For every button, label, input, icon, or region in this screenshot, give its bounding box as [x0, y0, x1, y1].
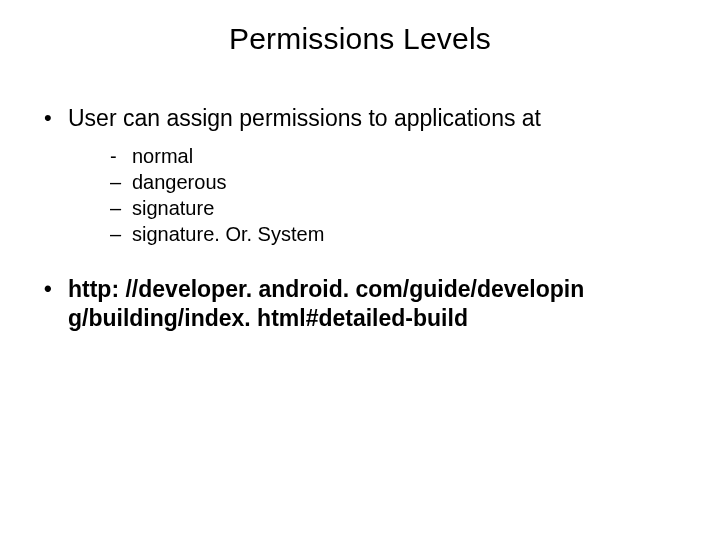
dash-icon: – — [110, 221, 126, 247]
slide-title: Permissions Levels — [40, 22, 680, 56]
dash-icon: – — [110, 169, 126, 195]
sub-bullet: – signature. Or. System — [110, 221, 680, 247]
slide: Permissions Levels User can assign permi… — [0, 0, 720, 540]
sub-bullet-text: normal — [132, 145, 193, 167]
dash-icon: - — [110, 143, 126, 169]
sub-bullet-text: signature — [132, 197, 214, 219]
bullet-intro: User can assign permissions to applicati… — [40, 104, 680, 247]
sub-bullet-text: signature. Or. System — [132, 223, 324, 245]
bullet-list: User can assign permissions to applicati… — [40, 104, 680, 332]
sub-bullet-text: dangerous — [132, 171, 227, 193]
sub-bullet: – dangerous — [110, 169, 680, 195]
bullet-link-text: http: //developer. android. com/guide/de… — [68, 276, 584, 331]
sub-bullet: – signature — [110, 195, 680, 221]
dash-icon: – — [110, 195, 126, 221]
bullet-link: http: //developer. android. com/guide/de… — [40, 275, 680, 333]
bullet-intro-text: User can assign permissions to applicati… — [68, 105, 541, 131]
sub-bullet-list: - normal – dangerous – signature – signa… — [68, 143, 680, 247]
sub-bullet: - normal — [110, 143, 680, 169]
